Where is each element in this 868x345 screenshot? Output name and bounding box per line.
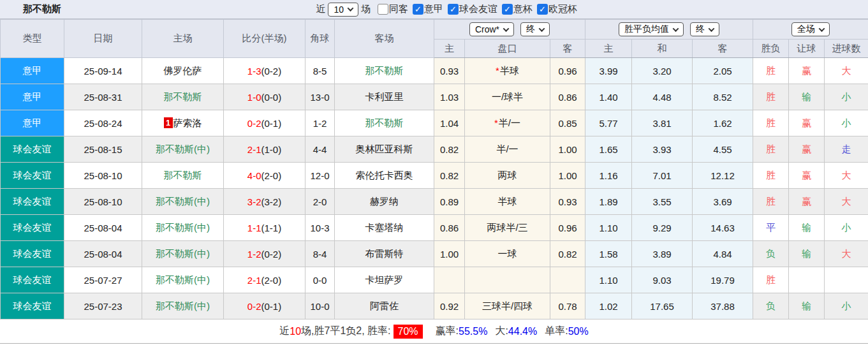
corners-cell: 4-4 — [305, 136, 335, 163]
away-team-name[interactable]: 阿雷佐 — [370, 300, 399, 311]
result-handicap: 赢 — [789, 189, 825, 215]
result-handicap: 赢 — [789, 136, 825, 163]
crow-home-odds: 0.86 — [434, 215, 465, 241]
col-header-date: 日期 — [64, 20, 142, 58]
filter-checkbox-champions-league[interactable]: ✓ — [537, 4, 548, 15]
home-team-name[interactable]: 那不勒斯(中) — [156, 196, 210, 207]
recent-count-select[interactable]: 10 — [328, 3, 358, 17]
away-team-cell: 奥林匹亚科斯 — [335, 136, 434, 163]
away-team-cell: 卡坦萨罗 — [335, 267, 434, 293]
home-team-cell: 佛罗伦萨 — [142, 58, 224, 84]
filter-checkbox-coppa-italia[interactable]: ✓ — [502, 4, 513, 15]
same-away-checkbox[interactable] — [378, 4, 388, 15]
mean-period-select[interactable]: 终 — [690, 22, 719, 36]
filter-checkbox-serie-a[interactable]: ✓ — [413, 4, 423, 15]
score-cell: 2-1(1-0) — [224, 136, 305, 163]
result-handicap: 赢 — [789, 110, 825, 136]
filter-checkbox-club-friendly[interactable]: ✓ — [448, 4, 459, 15]
halftime-score: (1-1) — [261, 223, 282, 233]
favorite-asterisk-icon: * — [494, 117, 498, 128]
away-team-name[interactable]: 奥林匹亚科斯 — [356, 143, 413, 154]
home-team-name[interactable]: 那不勒斯(中) — [156, 143, 210, 154]
away-team-name[interactable]: 索伦托卡西奥 — [356, 170, 413, 180]
crow-away-odds: 0.86 — [550, 84, 585, 110]
filter-label-champions-league: 欧冠杯 — [548, 3, 577, 15]
crow-handicap: 一/球半 — [465, 84, 550, 110]
away-team-name[interactable]: 赫罗纳 — [370, 196, 399, 207]
col-header-crow-home: 主 — [434, 40, 465, 58]
match-type-badge: 球会友谊 — [1, 293, 64, 319]
home-team-name[interactable]: 那不勒斯(中) — [156, 300, 210, 311]
mean-group-header: 胜平负均值 终 — [585, 20, 753, 40]
result-outcome: 胜 — [753, 267, 789, 293]
mean-type-value: 胜平负均值 — [624, 24, 669, 35]
score-cell: 0-2(0-1) — [224, 110, 305, 136]
fulltime-score: 0-2 — [247, 301, 261, 312]
score-cell: 1-1(1-1) — [224, 215, 305, 241]
header-selects-row: 类型 日期 主场 比分(半场) 角球 客场 Crow* 终 — [1, 20, 868, 40]
home-team-cell: 那不勒斯 — [142, 84, 224, 110]
check-icon: ✓ — [450, 5, 457, 13]
fulltime-score: 1-3 — [247, 66, 261, 77]
home-team-name[interactable]: 那不勒斯 — [164, 91, 202, 102]
away-team-name[interactable]: 那不勒斯 — [365, 117, 404, 128]
away-team-name[interactable]: 卡塞塔纳 — [365, 222, 404, 233]
home-team-cell: 那不勒斯(中) — [142, 241, 224, 267]
recent-label: 近 — [316, 3, 325, 15]
away-team-name[interactable]: 卡利亚里 — [365, 91, 404, 102]
away-team-cell: 那不勒斯 — [335, 58, 434, 84]
mean-draw-odds: 3.81 — [632, 110, 693, 136]
crow-home-odds — [434, 267, 465, 293]
home-team-name[interactable]: 萨索洛 — [173, 117, 202, 128]
result-group-header: 全场 — [753, 20, 868, 40]
crow-away-odds: 0.82 — [550, 241, 585, 267]
crow-home-odds: 1.03 — [434, 84, 465, 110]
result-handicap — [789, 267, 825, 293]
single-value: 50% — [568, 326, 589, 337]
away-team-name[interactable]: 那不勒斯 — [365, 65, 404, 76]
home-team-name[interactable]: 那不勒斯 — [164, 170, 202, 180]
result-outcome: 胜 — [753, 136, 789, 163]
mean-draw-odds: 4.48 — [632, 84, 693, 110]
match-date: 25-07-27 — [64, 267, 142, 293]
result-outcome: 胜 — [753, 189, 789, 215]
result-handicap: 输 — [789, 241, 825, 267]
bookmaker-select[interactable]: Crow* — [469, 22, 514, 36]
footer-recent-label: 近 — [279, 325, 290, 338]
mean-home-odds: 1.10 — [585, 267, 632, 293]
score-cell: 3-2(3-2) — [224, 189, 305, 215]
match-type-badge: 球会友谊 — [1, 267, 64, 293]
mean-away-odds: 3.69 — [693, 189, 753, 215]
table-row: 球会友谊25-07-27那不勒斯(中)2-1(2-0)0-0卡坦萨罗1.109.… — [1, 267, 868, 293]
scope-select[interactable]: 全场 — [791, 22, 830, 36]
result-handicap: 赢 — [789, 58, 825, 84]
home-team-name[interactable]: 那不勒斯(中) — [156, 222, 210, 233]
win-odds-label: 赢率: — [436, 325, 459, 338]
check-icon: ✓ — [539, 5, 546, 13]
favorite-asterisk-icon: * — [496, 65, 499, 76]
home-team-cell: 那不勒斯(中) — [142, 136, 224, 163]
footer-recent-count: 10 — [290, 326, 301, 337]
home-team-name[interactable]: 那不勒斯(中) — [156, 274, 210, 285]
win-rate-badge: 70% — [394, 325, 423, 339]
mean-type-select[interactable]: 胜平负均值 — [619, 22, 684, 36]
crow-period-select[interactable]: 终 — [520, 22, 550, 36]
home-team-name[interactable]: 那不勒斯(中) — [156, 248, 210, 259]
crow-handicap — [465, 267, 550, 293]
rank-badge: 1 — [164, 117, 173, 128]
crow-home-odds: 0.89 — [434, 189, 465, 215]
away-team-name[interactable]: 卡坦萨罗 — [365, 274, 404, 285]
corners-cell: 10-3 — [305, 215, 335, 241]
match-rows: 意甲25-09-14佛罗伦萨1-3(0-2)8-5那不勒斯0.93*半球0.96… — [1, 58, 868, 319]
result-goals: 小 — [825, 293, 868, 319]
away-team-name[interactable]: 布雷斯特 — [365, 248, 404, 259]
mean-draw-odds: 9.03 — [632, 267, 693, 293]
mean-away-odds: 2.05 — [693, 58, 753, 84]
result-outcome: 负 — [753, 293, 789, 319]
match-date: 25-08-10 — [64, 163, 142, 189]
corners-cell: 10-0 — [305, 293, 335, 319]
halftime-score: (3-2) — [261, 196, 282, 207]
table-row: 意甲25-08-241萨索洛0-2(0-1)1-2那不勒斯1.04*半/一0.8… — [1, 110, 868, 136]
match-type-badge: 意甲 — [1, 84, 64, 110]
home-team-name[interactable]: 佛罗伦萨 — [164, 65, 202, 76]
